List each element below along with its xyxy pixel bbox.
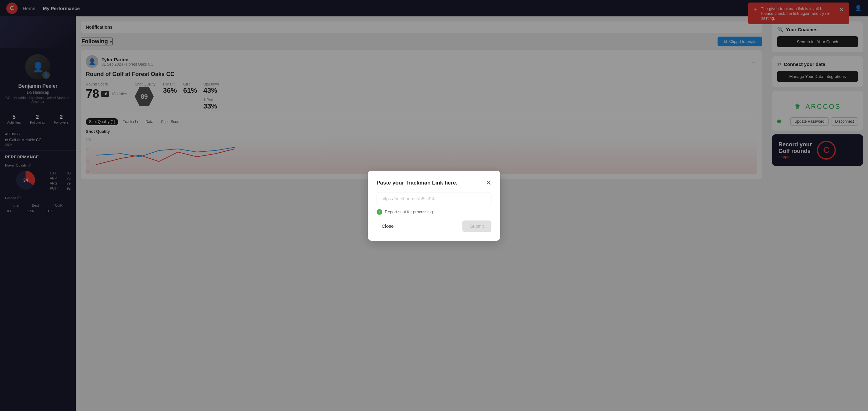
modal-submit-button[interactable]: Submit	[462, 220, 491, 232]
modal-close-x-button[interactable]: ✕	[486, 180, 491, 186]
modal-header: Paste your Trackman Link here. ✕	[377, 180, 491, 186]
modal-success-message: ✓ Report sent for processing	[377, 209, 491, 215]
trackman-modal: Paste your Trackman Link here. ✕ ✓ Repor…	[368, 171, 500, 241]
modal-close-button[interactable]: Close	[377, 221, 399, 231]
modal-title: Paste your Trackman Link here.	[377, 180, 457, 186]
trackman-link-input[interactable]	[377, 192, 491, 205]
success-text: Report sent for processing	[385, 210, 433, 214]
success-check-icon: ✓	[377, 209, 382, 215]
modal-overlay: Paste your Trackman Link here. ✕ ✓ Repor…	[0, 0, 868, 411]
modal-actions: Close Submit	[377, 220, 491, 232]
